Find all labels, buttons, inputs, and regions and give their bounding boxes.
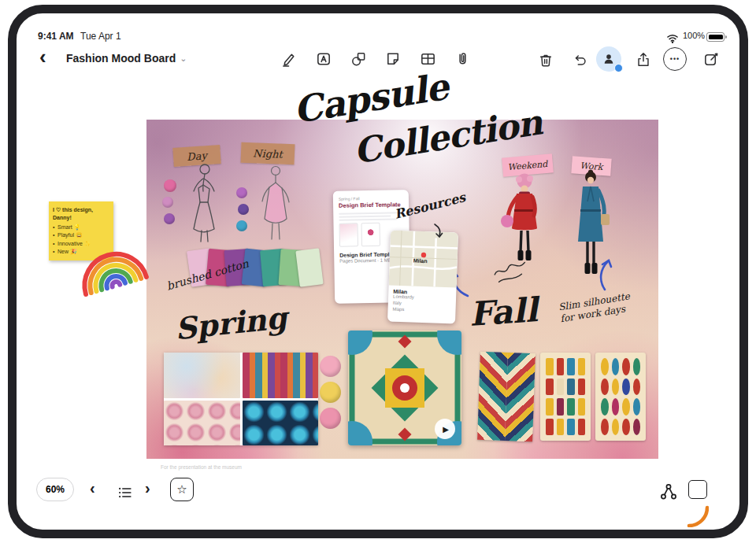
more-button[interactable]: ••• [663, 47, 687, 71]
play-icon: ▶ [443, 425, 449, 434]
freeform-app: { "status_bar": { "time": "9:41 AM", "da… [0, 0, 756, 543]
resources-arrow [432, 223, 444, 238]
battery-icon [706, 32, 727, 42]
tile-pattern-video[interactable]: ▶ [348, 331, 461, 445]
share-icon [635, 51, 652, 68]
chevron-left-icon: ‹ [90, 479, 95, 497]
trash-button[interactable] [534, 48, 558, 72]
favorites-button[interactable]: ☆ [170, 478, 194, 501]
night-sketch[interactable] [254, 164, 299, 242]
night-label[interactable]: Night [241, 142, 295, 164]
map-card[interactable]: Milan Milan Lombardy Italy Maps [387, 231, 458, 324]
quilt-pattern-swatch[interactable] [540, 353, 591, 441]
undo-button[interactable] [569, 48, 592, 72]
collaborate-button[interactable] [596, 46, 621, 72]
person-icon [602, 52, 616, 66]
select-shape-button[interactable] [688, 480, 707, 499]
roses-photo [164, 401, 240, 446]
zoom-level: 60% [46, 484, 65, 495]
draw-tool-button[interactable] [277, 47, 301, 71]
sticky-note-icon [384, 50, 402, 68]
orange-pencil-mark [687, 505, 709, 527]
back-button[interactable]: ‹ [39, 49, 46, 65]
sticky-heading: I ♡ this design, Danny! [53, 206, 109, 222]
status-date: Tue Apr 1 [80, 31, 121, 42]
color-dot[interactable] [164, 179, 176, 192]
shapes-icon [350, 50, 367, 68]
photo-collage[interactable] [164, 353, 318, 445]
board-caption: For the presentation at the museum [161, 464, 242, 470]
chevron-down-icon: ⌄ [180, 54, 187, 64]
color-dot[interactable] [236, 220, 247, 231]
status-time: 9:41 AM [38, 31, 74, 42]
marker-icon [280, 50, 298, 68]
color-dot[interactable] [164, 213, 175, 224]
new-board-button[interactable] [699, 47, 723, 71]
blue-arrow-right[interactable] [592, 258, 621, 291]
collab-badge [614, 64, 623, 72]
pastel-abstract-photo [164, 353, 240, 398]
palette-dot-column[interactable] [320, 356, 341, 429]
map-city-label: Milan [413, 258, 428, 264]
color-dot[interactable] [162, 197, 173, 208]
handwriting-scribble[interactable] [491, 257, 531, 287]
board-list-button[interactable] [113, 481, 137, 504]
map-caption-app: Maps [392, 306, 450, 314]
map-preview: Milan [389, 231, 458, 288]
nodes-icon [659, 482, 678, 501]
next-board-button[interactable]: › [145, 479, 150, 497]
compose-icon [702, 50, 721, 68]
chevron-right-icon: › [145, 479, 150, 497]
day-sketch[interactable] [180, 161, 227, 244]
play-button[interactable]: ▶ [435, 419, 455, 439]
text-box-icon [315, 50, 332, 68]
star-icon: ☆ [176, 482, 187, 497]
dot-pattern-swatch[interactable] [595, 353, 646, 441]
battery-percent: 100% [683, 31, 705, 40]
prev-board-button[interactable]: ‹ [90, 479, 95, 497]
page-title: Fashion Mood Board [66, 52, 176, 65]
back-chevron-icon: ‹ [39, 45, 46, 68]
shapes-tool-button[interactable] [346, 47, 370, 71]
trash-icon [537, 51, 554, 68]
color-dot[interactable] [236, 187, 247, 198]
sticky-note-tool-button[interactable] [381, 47, 405, 71]
table-icon [419, 50, 436, 68]
blue-macarons-photo [243, 401, 319, 446]
striped-art-photo [243, 353, 319, 398]
zoom-button[interactable]: 60% [36, 478, 74, 501]
attachment-tool-button[interactable] [450, 47, 474, 71]
wifi-icon [665, 32, 680, 43]
ellipsis-icon: ••• [670, 55, 680, 63]
board-title-menu[interactable]: Fashion Mood Board ⌄ [66, 52, 187, 65]
color-dot[interactable] [238, 204, 249, 215]
fall-heading[interactable]: Fall [468, 290, 539, 334]
sticky-bullet: Smart 💡 [53, 223, 109, 231]
list-icon [117, 484, 134, 501]
zigzag-pattern-swatch[interactable] [477, 352, 536, 441]
connect-shapes-button[interactable] [657, 480, 680, 504]
text-tool-button[interactable] [312, 47, 335, 71]
paperclip-icon [454, 50, 471, 68]
share-button[interactable] [632, 48, 655, 72]
undo-icon [572, 51, 589, 68]
